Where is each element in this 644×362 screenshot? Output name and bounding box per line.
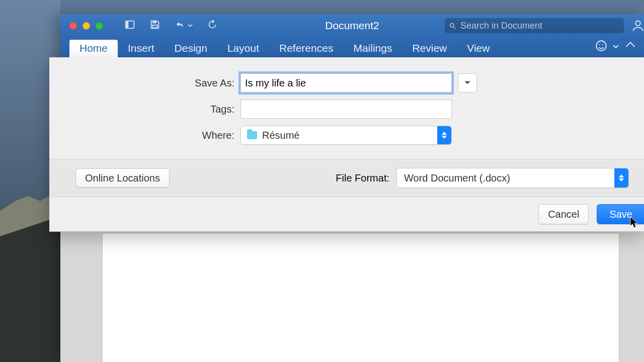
where-label: Where: — [49, 130, 240, 141]
tags-label: Tags: — [49, 104, 240, 115]
search-input[interactable]: Search in Document — [445, 18, 624, 33]
tab-design[interactable]: Design — [165, 40, 217, 57]
save-button[interactable]: Save — [597, 204, 644, 224]
svg-point-12 — [602, 44, 603, 45]
where-value: Résumé — [262, 130, 437, 141]
file-format-stepper[interactable] — [614, 168, 628, 188]
tab-home[interactable]: Home — [69, 40, 118, 57]
document-page[interactable] — [103, 233, 619, 362]
search-icon — [449, 22, 456, 30]
file-format-label: File Format: — [336, 172, 389, 184]
minimize-window-button[interactable] — [83, 22, 90, 30]
collapse-ribbon-icon[interactable] — [624, 39, 637, 54]
sidebar-toggle-icon[interactable] — [124, 19, 135, 32]
lower-bar: Online Locations File Format: Word Docum… — [49, 159, 644, 197]
tab-layout[interactable]: Layout — [217, 40, 269, 57]
chevron-down-icon — [464, 79, 471, 86]
file-format-value: Word Document (.docx) — [397, 172, 614, 184]
online-locations-button[interactable]: Online Locations — [75, 168, 170, 188]
ribbon-tabs: Home Insert Design Layout References Mai… — [60, 37, 644, 57]
svg-point-11 — [599, 44, 600, 45]
svg-point-9 — [635, 21, 640, 26]
svg-rect-5 — [152, 21, 156, 24]
tab-insert[interactable]: Insert — [118, 40, 165, 57]
expand-dialog-button[interactable] — [458, 73, 477, 93]
tab-references[interactable]: References — [269, 40, 343, 57]
svg-point-10 — [596, 41, 606, 51]
title-bar: Document2 Search in Document — [60, 14, 644, 37]
save-icon[interactable] — [149, 19, 160, 32]
tab-mailings[interactable]: Mailings — [343, 40, 402, 57]
save-as-label: Save As: — [49, 77, 240, 89]
tags-input[interactable] — [240, 100, 452, 119]
where-select[interactable]: Résumé — [240, 126, 452, 145]
word-window: Document2 Search in Document Home Insert… — [60, 14, 644, 362]
where-stepper[interactable] — [437, 126, 451, 144]
tab-view[interactable]: View — [457, 40, 500, 57]
file-format-select[interactable]: Word Document (.docx) — [396, 168, 629, 188]
search-placeholder: Search in Document — [460, 21, 542, 31]
cancel-button[interactable]: Cancel — [538, 204, 589, 224]
svg-rect-6 — [152, 25, 157, 28]
undo-button[interactable] — [175, 20, 193, 31]
zoom-window-button[interactable] — [96, 22, 103, 30]
chevron-down-icon[interactable] — [613, 44, 619, 50]
svg-rect-4 — [126, 21, 129, 29]
account-icon[interactable] — [631, 19, 644, 33]
tab-review[interactable]: Review — [402, 40, 457, 57]
save-dialog: Save As: Tags: Where: Résumé — [49, 57, 644, 232]
svg-line-8 — [453, 27, 455, 29]
svg-point-7 — [450, 23, 454, 27]
emoji-icon[interactable] — [595, 39, 608, 54]
repeat-icon[interactable] — [207, 19, 218, 32]
save-as-input[interactable] — [240, 73, 452, 93]
window-controls — [60, 22, 103, 30]
dialog-footer: Cancel Save — [538, 204, 644, 224]
close-window-button[interactable] — [69, 22, 77, 30]
folder-icon — [247, 131, 257, 139]
